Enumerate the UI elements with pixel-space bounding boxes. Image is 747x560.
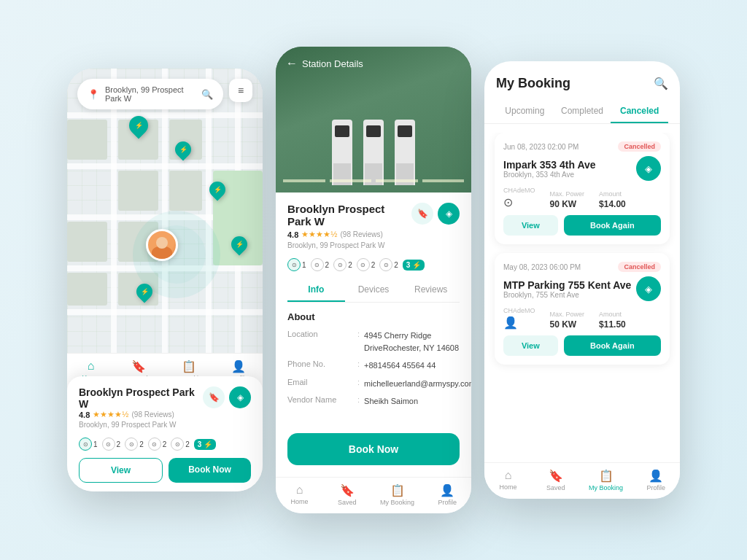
bottom-nav-2: ⌂ Home 🔖 Saved 📋 My Booking 👤 Profile [276,477,471,513]
vendor-value: Sheikh Saimon [364,395,460,408]
profile-icon-2: 👤 [440,483,454,497]
power-label-2: Max. Power [550,311,585,318]
nav2-saved[interactable]: 🔖 Saved [333,483,362,506]
detail-content: Brooklyn Prospect Park W 4.8 ★★★★½ (98 R… [276,192,471,433]
book-now-button[interactable]: Book Now [169,458,251,483]
book-again-btn-1[interactable]: Book Again [564,215,661,236]
back-button[interactable]: ← Station Details [286,57,363,70]
amount-label-2: Amount [599,311,626,318]
view-btn-2[interactable]: View [503,335,558,356]
tab-info[interactable]: Info [287,279,345,302]
saved-icon: 🔖 [131,359,146,373]
booking-card-1: Jun 08, 2023 02:00 PM Cancelled Impark 3… [495,133,670,244]
booking-icon-3: 📋 [599,469,614,483]
cancelled-badge-2: Cancelled [618,262,661,272]
booking-specs-1: CHAdeMO ⊙ Max. Power 90 KW Amount $14.00 [503,187,661,209]
d-connector-2: ⊙ [311,258,324,271]
location-label: Location [287,330,353,338]
back-arrow-icon: ← [286,57,298,70]
booking-place-sub-2: Brooklyn, 755 Kent Ave [503,291,631,299]
booking-nav-btn-1[interactable]: ◈ [636,156,661,181]
phone-value: +8814564 45564 44 [364,359,460,372]
location-pin-icon: 📍 [88,89,99,100]
booking-list: Jun 08, 2023 02:00 PM Cancelled Impark 3… [484,133,680,462]
stars-icon: ★★★★½ [93,410,128,419]
map-search-bar[interactable]: 📍 Brooklyn, 99 Prospect Park W 🔍 [77,79,223,109]
email-value: michelleuerland@armyspy.com [364,378,471,390]
amount-value-1: $14.00 [599,199,626,209]
phone-label: Phone No. [287,359,353,368]
booking-icon-2: 📋 [390,483,405,497]
search-text: Brooklyn, 99 Prospect Park W [105,85,196,103]
location-value: 4945 Cherry Ridge DriveRochester, NY 146… [364,330,460,354]
connector-icon-1: ⊙ [503,195,535,209]
booking-specs-2: CHAdeMO 👤 Max. Power 50 KW Amount $11.50 [503,307,661,330]
booking-icon: 📋 [182,359,196,373]
amount-value-2: $11.50 [599,319,626,330]
tab-reviews[interactable]: Reviews [402,279,460,302]
detail-rating: 4.8 [287,230,298,239]
nav2-my-booking[interactable]: 📋 My Booking [380,483,414,506]
saved-icon-2: 🔖 [340,483,355,497]
d-connector-1: ⊙ [287,258,301,271]
detail-nav-button[interactable]: ◈ [438,203,460,225]
tab-completed[interactable]: Completed [554,100,611,123]
connector-label-1: CHAdeMO [503,187,535,194]
navigate-button[interactable]: ◈ [229,386,251,408]
view-button[interactable]: View [79,458,163,483]
home-icon-3: ⌂ [505,469,512,482]
connector-icon-3: ⊙ [125,438,138,451]
connector-icon-2: 👤 [503,316,535,330]
booking-date-1: Jun 08, 2023 02:00 PM [503,143,578,151]
save-button[interactable]: 🔖 [203,386,225,408]
booking-page-title: My Booking [496,76,570,91]
nav3-my-booking[interactable]: 📋 My Booking [589,469,623,491]
nav3-saved[interactable]: 🔖 Saved [541,469,570,491]
profile-icon-3: 👤 [649,469,663,483]
search-icon: 🔍 [201,89,213,100]
d-special-connector: 3 ⚡ [403,260,425,271]
booking-search-button[interactable]: 🔍 [654,77,668,90]
reviews-count: (98 Reviews) [131,411,174,419]
booking-place-name-1: Impark 353 4th Ave [503,159,596,171]
special-connector: 3 ⚡ [194,439,216,450]
tab-upcoming[interactable]: Upcoming [496,100,554,123]
station-hero-image: ← Station Details [276,47,471,192]
connector-label-2: CHAdeMO [503,307,535,314]
detail-reviews: (98 Reviews) [340,230,382,238]
booking-card-2: May 08, 2023 06:00 PM Cancelled MTP Park… [495,253,670,365]
amount-label-1: Amount [599,190,626,198]
power-value-2: 50 KW [550,319,585,330]
power-label-1: Max. Power [550,190,585,198]
detail-station-name: Brooklyn Prospect Park W [287,203,411,228]
power-value-1: 90 KW [550,199,585,209]
filter-button[interactable]: ≡ [229,79,252,102]
tab-canceled[interactable]: Canceled [611,100,668,123]
booking-tabs: Upcoming Completed Canceled [484,100,680,124]
d-connector-3: ⊙ [333,258,347,271]
bottom-nav-3: ⌂ Home 🔖 Saved 📋 My Booking 👤 Profile [484,462,680,499]
profile-icon: 👤 [231,359,246,373]
booking-card-buttons-2: View Book Again [503,335,661,356]
connector-icon-5: ⊙ [171,438,184,451]
booking-place-name-2: MTP Parking 755 Kent Ave [503,279,631,291]
nav3-profile[interactable]: 👤 Profile [641,469,670,491]
connector-row: ⊙1 ⊙2 ⊙2 ⊙2 ⊙2 3 ⚡ [79,438,251,451]
tab-devices[interactable]: Devices [345,279,403,302]
vendor-label: Vendor Name [287,395,353,404]
booking-date-2: May 08, 2023 06:00 PM [503,263,581,271]
nav2-profile[interactable]: 👤 Profile [433,483,462,506]
user-location-avatar [146,229,178,261]
detail-save-button[interactable]: 🔖 [411,203,433,225]
booking-nav-btn-2[interactable]: ◈ [636,276,661,301]
view-btn-1[interactable]: View [503,215,558,236]
home-icon-2: ⌂ [296,483,303,497]
book-now-button[interactable]: Book Now [287,433,460,465]
book-again-btn-2[interactable]: Book Again [564,335,661,356]
connector-icon-4: ⊙ [148,438,161,451]
d-connector-4: ⊙ [357,258,370,271]
nav2-home[interactable]: ⌂ Home [285,483,314,506]
booking-card-buttons-1: View Book Again [503,215,661,236]
nav3-home[interactable]: ⌂ Home [494,469,523,491]
rating-number: 4.8 [79,411,90,419]
